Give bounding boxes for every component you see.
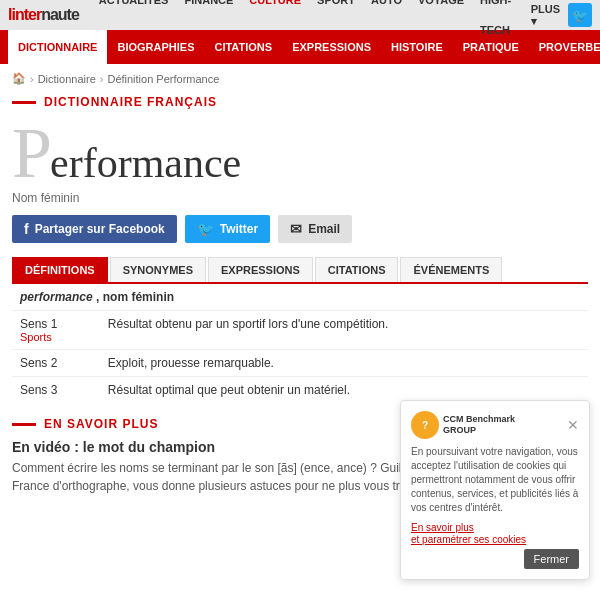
second-navigation: DICTIONNAIRE BIOGRAPHIES CITATIONS EXPRE… <box>0 30 600 64</box>
word-type-label: nom féminin <box>103 290 174 304</box>
definition-tabs: DÉFINITIONS SYNONYMES EXPRESSIONS CITATI… <box>12 257 588 284</box>
sens-2-label: Sens 2 <box>12 350 100 377</box>
site-logo[interactable]: linternaute <box>8 6 79 24</box>
en-savoir-title: EN SAVOIR PLUS <box>44 417 158 431</box>
definition-header: performance , nom féminin <box>12 284 588 311</box>
sens-1-label: Sens 1 Sports <box>12 311 100 350</box>
breadcrumb: 🏠 › Dictionnaire › Définition Performanc… <box>0 64 600 93</box>
definitions-table: performance , nom féminin Sens 1 Sports … <box>12 284 588 403</box>
ccm-text: CCM Benchmark GROUP <box>443 414 515 436</box>
tab-citations[interactable]: CITATIONS <box>315 257 399 282</box>
section-title: DICTIONNAIRE FRANÇAIS <box>44 95 217 109</box>
top-navigation: linternaute ACTUALITÉS FINANCE CULTURE S… <box>0 0 600 30</box>
sens-2-text: Exploit, prouesse remarquable. <box>100 350 588 377</box>
ccm-icon: ? <box>411 411 439 439</box>
email-icon: ✉ <box>290 221 302 237</box>
breadcrumb-separator2: › <box>100 73 104 85</box>
twitter-share-button[interactable]: 🐦 Twitter <box>185 215 270 243</box>
sens-1-category: Sports <box>20 331 92 343</box>
nav-proverbes[interactable]: PROVERBES <box>529 30 600 64</box>
email-share-button[interactable]: ✉ Email <box>278 215 352 243</box>
twitter-icon[interactable]: 🐦 <box>568 3 592 27</box>
breadcrumb-dictionnaire[interactable]: Dictionnaire <box>38 73 96 85</box>
social-buttons: f Partager sur Facebook 🐦 Twitter ✉ Emai… <box>12 215 588 243</box>
nav-pratique[interactable]: PRATIQUE <box>453 30 529 64</box>
nav-biographies[interactable]: BIOGRAPHIES <box>107 30 204 64</box>
cookie-text: En poursuivant votre navigation, vous ac… <box>411 445 579 495</box>
sens-3-label: Sens 3 <box>12 377 100 404</box>
word-title: P erformance <box>12 117 588 189</box>
tab-expressions[interactable]: EXPRESSIONS <box>208 257 313 282</box>
definition-row-2: Sens 2 Exploit, prouesse remarquable. <box>12 350 588 377</box>
word-big-letter: P <box>12 117 52 189</box>
nav-expressions[interactable]: EXPRESSIONS <box>282 30 381 64</box>
sens-1-text: Résultat obtenu par un sportif lors d'un… <box>100 311 588 350</box>
tab-evenements[interactable]: ÉVÉNEMENTS <box>400 257 502 282</box>
popup-header: ? CCM Benchmark GROUP ✕ <box>411 411 579 439</box>
breadcrumb-separator: › <box>30 73 34 85</box>
facebook-icon: f <box>24 221 29 237</box>
word-rest: erformance <box>50 139 241 187</box>
red-bar-decoration <box>12 101 36 104</box>
facebook-label: Partager sur Facebook <box>35 222 165 236</box>
section-header: DICTIONNAIRE FRANÇAIS <box>12 95 588 109</box>
popup-close-button[interactable]: ✕ <box>567 417 579 433</box>
word-type: , <box>96 290 103 304</box>
cookie-popup: ? CCM Benchmark GROUP ✕ En poursuivant v… <box>400 400 590 495</box>
nav-histoire[interactable]: HISTOIRE <box>381 30 453 64</box>
red-bar-decoration-2 <box>12 423 36 426</box>
facebook-share-button[interactable]: f Partager sur Facebook <box>12 215 177 243</box>
tab-synonymes[interactable]: SYNONYMES <box>110 257 206 282</box>
word-gender: Nom féminin <box>12 191 588 205</box>
definition-row-1: Sens 1 Sports Résultat obtenu par un spo… <box>12 311 588 350</box>
home-icon[interactable]: 🏠 <box>12 72 26 85</box>
ccm-logo: ? CCM Benchmark GROUP <box>411 411 515 439</box>
email-label: Email <box>308 222 340 236</box>
nav-citations[interactable]: CITATIONS <box>204 30 282 64</box>
tab-definitions[interactable]: DÉFINITIONS <box>12 257 108 282</box>
twitter-label: Twitter <box>220 222 258 236</box>
twitter-bird-icon: 🐦 <box>197 221 214 237</box>
defined-word: performance <box>20 290 93 304</box>
nav-dictionnaire[interactable]: DICTIONNAIRE <box>8 30 107 64</box>
breadcrumb-current: Définition Performance <box>107 73 219 85</box>
